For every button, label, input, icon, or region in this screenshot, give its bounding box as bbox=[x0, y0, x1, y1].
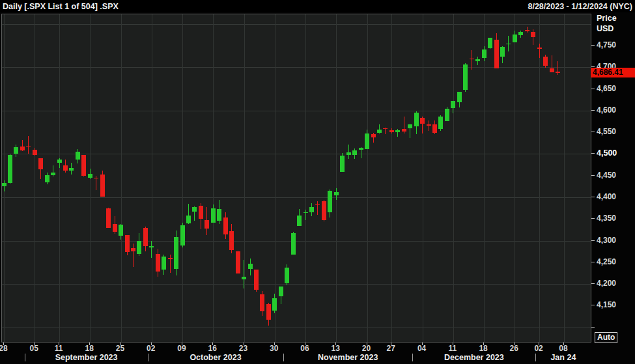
candle-body bbox=[309, 207, 314, 212]
candle-body bbox=[445, 109, 449, 121]
month-divider bbox=[412, 354, 413, 361]
week-label: 13 bbox=[327, 344, 344, 353]
week-label: 04 bbox=[414, 344, 430, 353]
week-label: 05 bbox=[25, 344, 42, 353]
week-label: 09 bbox=[173, 344, 190, 353]
week-gridline bbox=[275, 14, 275, 342]
candle-body bbox=[475, 59, 480, 61]
week-gridline bbox=[453, 14, 454, 342]
auto-scale-button[interactable]: Auto bbox=[595, 332, 617, 343]
week-gridline bbox=[305, 14, 306, 342]
candle-body bbox=[156, 254, 160, 272]
candle-body bbox=[451, 101, 455, 108]
week-gridline bbox=[423, 14, 423, 342]
week-gridline bbox=[391, 14, 392, 342]
candle-body bbox=[494, 40, 499, 68]
month-divider bbox=[148, 354, 148, 361]
price-tick-label: 4,550 bbox=[597, 127, 634, 136]
candle-body bbox=[76, 152, 80, 160]
week-label: 02 bbox=[143, 344, 160, 353]
candle-body bbox=[322, 201, 326, 220]
candle-body bbox=[106, 208, 111, 228]
candle-body bbox=[383, 128, 388, 129]
candle-body bbox=[365, 133, 369, 149]
candle-body bbox=[199, 206, 203, 219]
candle-body bbox=[285, 268, 289, 284]
candle-body bbox=[395, 130, 400, 132]
price-tick bbox=[591, 240, 595, 241]
candle-body bbox=[359, 148, 363, 150]
candle-body bbox=[537, 48, 542, 48]
candle-body bbox=[236, 251, 240, 274]
candle-body bbox=[14, 147, 18, 153]
week-gridline bbox=[59, 14, 60, 342]
candle-body bbox=[531, 32, 535, 37]
candle-body bbox=[186, 216, 191, 223]
price-tick-label: 4,750 bbox=[597, 40, 634, 49]
week-gridline bbox=[244, 14, 245, 342]
candle-body bbox=[119, 225, 123, 236]
week-label: 30 bbox=[266, 344, 283, 353]
month-label: October 2023 bbox=[170, 353, 261, 362]
month-label: September 2023 bbox=[41, 353, 132, 362]
candle-wick bbox=[151, 241, 152, 258]
candle-body bbox=[463, 64, 468, 91]
candle-body bbox=[248, 264, 253, 269]
price-tick bbox=[591, 305, 595, 305]
price-tick-label: 4,350 bbox=[597, 214, 634, 223]
week-gridline bbox=[367, 14, 368, 342]
candle-body bbox=[279, 287, 283, 296]
price-tick bbox=[591, 327, 595, 328]
candle-body bbox=[427, 124, 431, 125]
price-axis-title-line1: Price bbox=[597, 14, 617, 23]
candle-body bbox=[470, 59, 474, 59]
candle-body bbox=[100, 175, 105, 196]
candle-body bbox=[94, 178, 98, 178]
price-tick-label: 4,200 bbox=[597, 279, 634, 288]
candle-wick bbox=[170, 255, 171, 273]
candle-body bbox=[168, 258, 173, 259]
candle-body bbox=[457, 92, 462, 102]
price-tick bbox=[591, 153, 595, 154]
week-gridline bbox=[35, 14, 35, 342]
week-label: 11 bbox=[50, 344, 67, 353]
candle-body bbox=[211, 208, 216, 222]
eikon-chart-window: Daily [.SPX List 1 of 504] .SPX 8/28/202… bbox=[0, 0, 635, 364]
candle-body bbox=[8, 155, 12, 183]
title-bar: Daily [.SPX List 1 of 504] .SPX 8/28/202… bbox=[0, 0, 635, 12]
candle-body bbox=[488, 38, 492, 48]
candle-body bbox=[297, 216, 302, 226]
candle-wick bbox=[472, 50, 472, 69]
candle-wick bbox=[539, 44, 540, 57]
candle-body bbox=[272, 298, 277, 311]
last-price-badge[interactable]: 4,686.41 bbox=[591, 68, 635, 77]
candle-body bbox=[543, 57, 548, 66]
plot-area[interactable] bbox=[1, 14, 591, 343]
candle-body bbox=[402, 129, 406, 132]
candle-body bbox=[303, 212, 308, 213]
week-label: 06 bbox=[296, 344, 313, 353]
candle-body bbox=[180, 225, 185, 245]
candle-body bbox=[513, 35, 517, 42]
candle-body bbox=[81, 155, 86, 175]
month-divider bbox=[25, 354, 25, 361]
price-tick-label: 4,600 bbox=[597, 105, 634, 115]
week-gridline bbox=[539, 14, 540, 342]
candle-body bbox=[217, 209, 221, 221]
candle-body bbox=[57, 160, 62, 163]
price-tick bbox=[591, 132, 595, 132]
candle-body bbox=[162, 257, 166, 270]
price-tick-label: 4,300 bbox=[597, 236, 634, 245]
candle-body bbox=[420, 118, 425, 124]
candle-body bbox=[125, 235, 130, 252]
week-label: 23 bbox=[235, 344, 252, 353]
candle-body bbox=[482, 49, 487, 58]
price-axis-title-line2: USD bbox=[597, 24, 614, 33]
week-gridline bbox=[152, 14, 152, 342]
week-gridline bbox=[121, 14, 122, 342]
week-gridline bbox=[213, 14, 214, 342]
candle-body bbox=[408, 124, 412, 128]
candle-body bbox=[88, 174, 92, 178]
chart-title: Daily [.SPX List 1 of 504] .SPX bbox=[0, 2, 119, 11]
price-tick bbox=[591, 89, 595, 89]
